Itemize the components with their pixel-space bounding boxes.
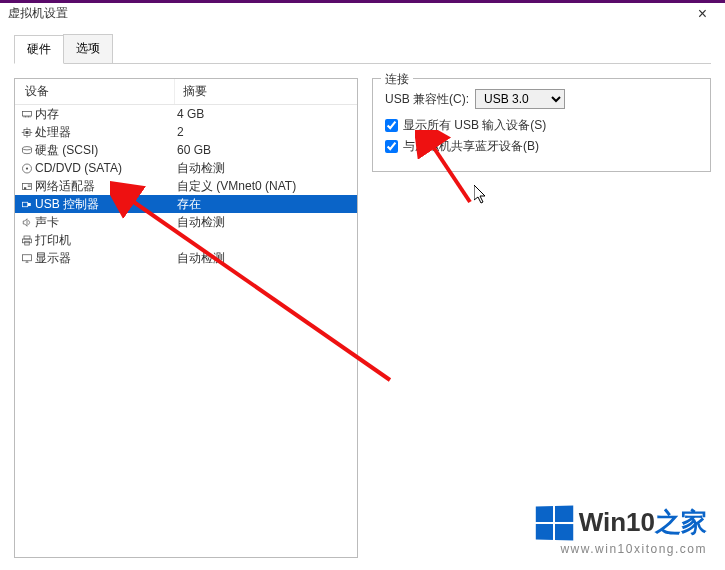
device-summary: 自动检测 (169, 160, 357, 177)
device-row-printer[interactable]: 打印机 (15, 231, 357, 249)
device-label: 内存 (33, 106, 169, 123)
device-summary: 自动检测 (169, 214, 357, 231)
sound-icon (15, 216, 33, 229)
device-row-net[interactable]: 网络适配器自定义 (VMnet0 (NAT) (15, 177, 357, 195)
device-summary: 60 GB (169, 143, 357, 157)
hdd-icon (15, 144, 33, 157)
connection-group: 连接 USB 兼容性(C): USB 3.0 显示所有 USB 输入设备(S) … (372, 78, 711, 172)
device-row-memory[interactable]: 内存4 GB (15, 105, 357, 123)
svg-rect-0 (23, 111, 32, 116)
device-list-panel: 设备 摘要 内存4 GB处理器2硬盘 (SCSI)60 GBCD/DVD (SA… (14, 78, 358, 558)
svg-rect-16 (24, 187, 26, 189)
device-row-sound[interactable]: 声卡自动检测 (15, 213, 357, 231)
compat-label: USB 兼容性(C): (385, 91, 469, 108)
close-button[interactable]: × (680, 5, 725, 23)
connection-title: 连接 (381, 71, 413, 88)
device-row-hdd[interactable]: 硬盘 (SCSI)60 GB (15, 141, 357, 159)
cpu-icon (15, 126, 33, 139)
dialog-content: 硬件 选项 设备 摘要 内存4 GB处理器2硬盘 (SCSI)60 GBCD/D… (0, 24, 725, 558)
device-summary: 4 GB (169, 107, 357, 121)
settings-panel: 连接 USB 兼容性(C): USB 3.0 显示所有 USB 输入设备(S) … (372, 78, 711, 558)
device-label: 显示器 (33, 250, 169, 267)
memory-icon (15, 108, 33, 121)
device-summary: 2 (169, 125, 357, 139)
header-summary: 摘要 (175, 79, 357, 104)
device-summary: 存在 (169, 196, 357, 213)
device-label: CD/DVD (SATA) (33, 161, 169, 175)
svg-rect-21 (24, 236, 30, 239)
share-bt-checkbox[interactable] (385, 140, 398, 153)
share-bt-row[interactable]: 与虚拟机共享蓝牙设备(B) (385, 138, 698, 155)
svg-rect-7 (26, 131, 29, 134)
printer-icon (15, 234, 33, 247)
device-row-cpu[interactable]: 处理器2 (15, 123, 357, 141)
window-title: 虚拟机设置 (0, 5, 680, 22)
device-label: 处理器 (33, 124, 169, 141)
display-icon (15, 252, 33, 265)
compat-select[interactable]: USB 3.0 (475, 89, 565, 109)
watermark-brand: Win10之家 (579, 505, 707, 540)
svg-point-14 (26, 167, 28, 169)
device-list-header: 设备 摘要 (15, 79, 357, 105)
usb-icon (15, 198, 33, 211)
svg-rect-24 (23, 254, 32, 260)
show-all-row[interactable]: 显示所有 USB 输入设备(S) (385, 117, 698, 134)
device-label: 网络适配器 (33, 178, 169, 195)
compat-row: USB 兼容性(C): USB 3.0 (385, 89, 698, 109)
svg-rect-20 (28, 203, 31, 206)
svg-point-12 (23, 146, 32, 149)
show-all-checkbox[interactable] (385, 119, 398, 132)
device-label: 打印机 (33, 232, 169, 249)
titlebar: 虚拟机设置 × (0, 0, 725, 24)
device-label: 声卡 (33, 214, 169, 231)
net-icon (15, 180, 33, 193)
tab-hardware[interactable]: 硬件 (14, 35, 64, 64)
watermark-url: www.win10xitong.com (535, 542, 707, 556)
device-row-usb[interactable]: USB 控制器存在 (15, 195, 357, 213)
share-bt-label: 与虚拟机共享蓝牙设备(B) (403, 138, 539, 155)
header-device: 设备 (15, 79, 175, 104)
device-row-display[interactable]: 显示器自动检测 (15, 249, 357, 267)
device-label: USB 控制器 (33, 196, 169, 213)
device-label: 硬盘 (SCSI) (33, 142, 169, 159)
device-summary: 自定义 (VMnet0 (NAT) (169, 178, 357, 195)
svg-rect-19 (23, 202, 28, 207)
tab-bar: 硬件 选项 (14, 34, 711, 64)
device-row-disc[interactable]: CD/DVD (SATA)自动检测 (15, 159, 357, 177)
windows-logo-icon (535, 505, 572, 540)
device-summary: 自动检测 (169, 250, 357, 267)
show-all-label: 显示所有 USB 输入设备(S) (403, 117, 546, 134)
disc-icon (15, 162, 33, 175)
watermark: Win10之家 www.win10xitong.com (535, 505, 707, 556)
tab-options[interactable]: 选项 (63, 34, 113, 63)
